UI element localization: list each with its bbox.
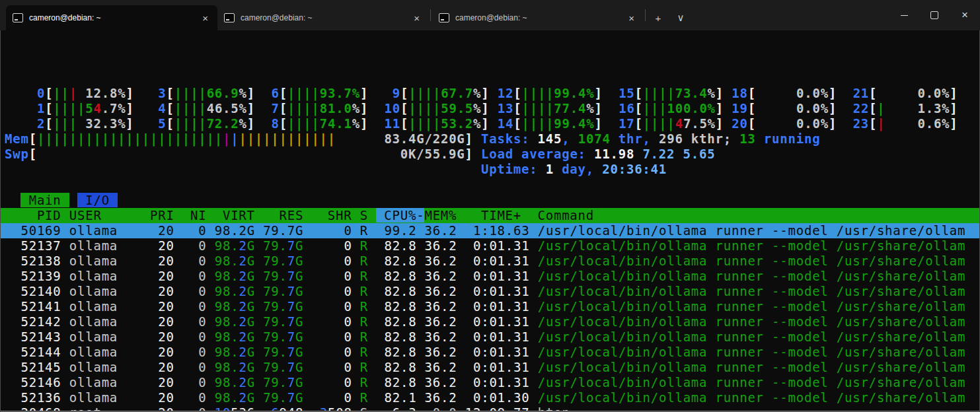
text-white: 20: [150, 223, 182, 238]
meter-caption: 3: [142, 86, 167, 100]
close-button[interactable]: ×: [950, 0, 980, 30]
bar-or-text-green: ||||: [521, 86, 554, 100]
process-row[interactable]: 52143 ollama 20 0 98.2G 79.7G 0 R 82.8 3…: [1, 329, 979, 345]
meter-bracket: [: [635, 101, 643, 116]
text-gray: root: [69, 405, 150, 411]
bar-or-text-green: G: [247, 299, 255, 314]
bar-or-text-green: 5: [85, 101, 93, 116]
meter-caption: 12: [490, 86, 514, 100]
text-white: 1:18.63: [465, 223, 538, 238]
spacer: [255, 284, 263, 298]
meter-caption: 18: [724, 86, 748, 100]
meter-bracket: ]: [465, 131, 473, 146]
process-row[interactable]: 52146 ollama 20 0 98.2G 79.7G 0 R 82.8 3…: [1, 375, 979, 390]
text-blue: 7: [287, 314, 295, 329]
tab-close-icon[interactable]: ×: [626, 13, 637, 24]
terminal-window: cameron@debian: ~ × cameron@debian: ~ × …: [0, 0, 980, 412]
text-white: 36.2: [425, 345, 465, 359]
meter-bracket: [: [635, 86, 643, 100]
meter-bracket: [: [280, 116, 287, 131]
spacer: [473, 131, 481, 146]
text-white: 0: [312, 238, 360, 253]
bar-or-text-green: /usr/local/bin/ollama runner --model /us…: [538, 360, 966, 374]
text-white: 52140: [5, 284, 69, 298]
table-header[interactable]: PID USER PRI NI VIRT RES SHR S CPU%-MEM%…: [1, 208, 979, 223]
text-gray: 0: [182, 314, 215, 329]
process-row[interactable]: 52145 ollama 20 0 98.2G 79.7G 0 R 82.8 3…: [1, 360, 979, 375]
tab-2[interactable]: cameron@debian: ~ ×: [217, 5, 429, 30]
header-text[interactable]: MEM% TIME+ Command: [424, 208, 594, 223]
bar-or-text-green: G: [295, 345, 303, 359]
spacer: [255, 360, 263, 374]
process-row[interactable]: 20468 root 20 0 10536 6948 3508 S 6.3 0.…: [1, 405, 979, 411]
process-row[interactable]: 52136 ollama 20 0 98.2G 79.7G 0 R 82.1 3…: [1, 390, 979, 405]
spacer: [368, 86, 376, 100]
text-blue: 6: [271, 405, 279, 411]
process-row[interactable]: 50169 ollama 20 0 98.2G 79.7G 0 R 99.2 3…: [1, 223, 979, 238]
text-gray: S: [360, 405, 376, 411]
process-row[interactable]: 52141 ollama 20 0 98.2G 79.7G 0 R 82.8 3…: [1, 299, 979, 314]
spacer: [255, 314, 263, 329]
meter-caption: 14: [490, 116, 514, 131]
process-row[interactable]: 52144 ollama 20 0 98.2G 79.7G 0 R 82.8 3…: [1, 345, 979, 360]
meter-caption: 0: [20, 86, 45, 100]
process-row[interactable]: 52137 ollama 20 0 98.2G 79.7G 0 R 82.8 3…: [1, 238, 979, 254]
maximize-button[interactable]: [919, 0, 950, 30]
spacer: [5, 162, 481, 176]
bar-or-text-green: /usr/local/bin/ollama runner --model /us…: [538, 269, 966, 283]
minimize-button[interactable]: [889, 0, 919, 30]
text-white: 50169: [5, 223, 69, 238]
text-gray: .7%: [102, 101, 126, 116]
meter-bracket: ]: [481, 116, 489, 131]
bar-or-text-green: |||: [643, 101, 667, 116]
text-light-blue: 5.65: [683, 147, 716, 161]
new-tab-button[interactable]: +: [647, 5, 669, 30]
meter-caption: 5: [142, 116, 167, 131]
text-blue: Tasks:: [481, 131, 538, 146]
process-row[interactable]: 52138 ollama 20 0 98.2G 79.7G 0 R 82.8 3…: [1, 254, 979, 269]
bar-or-text-green: 98.: [215, 390, 239, 405]
text-gray: 296 kthr;: [659, 131, 739, 146]
sort-column-header[interactable]: CPU%-: [376, 208, 424, 223]
meter-caption: 10: [376, 101, 400, 116]
bar-or-text-green: R: [360, 345, 376, 359]
spacer: [255, 390, 263, 405]
tab-main[interactable]: Main: [20, 193, 69, 207]
meter-caption: 15: [611, 86, 635, 100]
text-gray: 0: [182, 269, 215, 283]
spacer: [255, 238, 263, 253]
bar-or-text-green: G: [247, 223, 255, 238]
text-white: 20: [150, 238, 182, 253]
tab-1[interactable]: cameron@debian: ~ ×: [6, 5, 217, 30]
text-gray: %: [352, 116, 360, 131]
bar-or-text-green: /usr/local/bin/ollama runner --model /us…: [538, 314, 966, 329]
tab-3[interactable]: cameron@debian: ~ ×: [432, 5, 644, 30]
bar-or-text-green: 98.: [215, 223, 239, 238]
meter-caption: 20: [724, 116, 748, 131]
bar-or-text-green: G: [295, 238, 303, 253]
process-row[interactable]: 52139 ollama 20 0 98.2G 79.7G 0 R 82.8 3…: [1, 269, 979, 284]
tab-close-icon[interactable]: ×: [411, 13, 422, 24]
tab-dropdown-icon[interactable]: ∨: [669, 5, 692, 30]
text-blue: 7: [287, 254, 295, 268]
text-white: 36.2: [425, 223, 465, 238]
tab-io[interactable]: I/O: [77, 193, 118, 207]
process-row[interactable]: 52140 ollama 20 0 98.2G 79.7G 0 R 82.8 3…: [1, 284, 979, 299]
bar-or-text-green: G: [295, 299, 303, 314]
window-controls: ×: [889, 0, 980, 30]
header-text[interactable]: PID USER PRI NI VIRT RES SHR S: [5, 208, 376, 223]
uptime-line: Uptime: 1 day, 20:36:41: [1, 162, 979, 177]
bar-or-text-green: R: [360, 269, 376, 283]
process-row[interactable]: 52142 ollama 20 0 98.2G 79.7G 0 R 82.8 3…: [1, 314, 979, 329]
bar-or-text-green: ||||: [287, 116, 320, 131]
meter-bracket: [: [29, 147, 37, 161]
meter-caption: 2: [20, 116, 45, 131]
tab-separator: [645, 9, 646, 21]
text-gray: ollama: [69, 375, 150, 390]
bar-or-text-green: R: [360, 390, 376, 405]
text-light-blue: 20:36:41: [602, 162, 667, 176]
text-white: 52144: [5, 345, 69, 359]
bar-or-text-green: 79.: [263, 238, 287, 253]
tab-close-icon[interactable]: ×: [200, 13, 211, 24]
text-white: 0:01.31: [465, 314, 538, 329]
